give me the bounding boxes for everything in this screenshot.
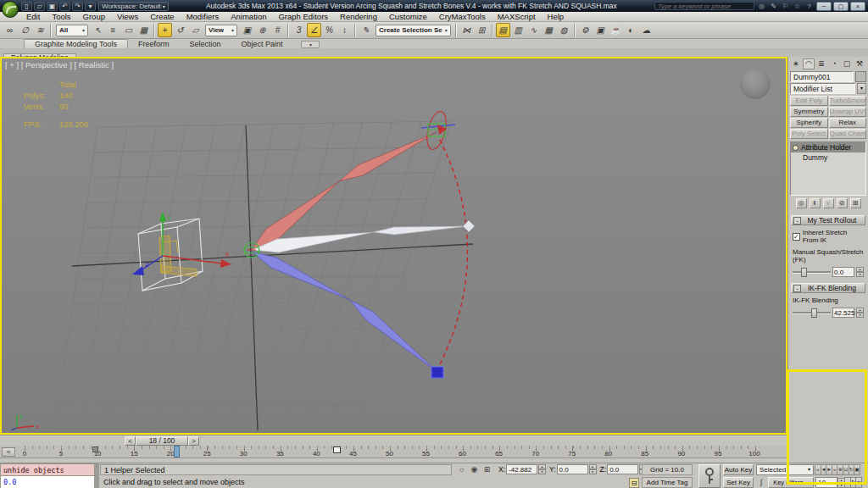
render-setup[interactable]: ⚙ [578, 23, 593, 37]
search-communities-icon[interactable]: ◎ [757, 3, 766, 10]
undo-icon[interactable]: ↶ [59, 2, 70, 11]
infocenter-search[interactable] [654, 2, 754, 10]
ik-fk-blending-slider[interactable] [793, 312, 831, 314]
ik-fk-blending-value[interactable]: 42.525 [832, 308, 854, 318]
modifier-button[interactable]: Unwrap UVW [829, 107, 867, 117]
squash-stretch-spinner[interactable]: ▴▾ [856, 267, 864, 277]
modifier-button[interactable]: Quad Chamfer [829, 129, 867, 139]
y-spinner[interactable]: ▴▾ [589, 464, 597, 474]
tab-create[interactable]: ∗ [790, 58, 802, 69]
squash-stretch-slider[interactable] [793, 271, 831, 274]
edit-named-selection-sets[interactable]: ✎ [359, 23, 373, 37]
slider-thumb[interactable] [801, 268, 807, 277]
auto-key-button[interactable]: Auto Key [723, 464, 754, 475]
zoom-region-icon[interactable]: ▭ [855, 477, 862, 488]
x-spinner[interactable]: ▴▾ [538, 464, 546, 474]
isolate-selection-icon[interactable]: ☼ [456, 464, 467, 475]
render-production[interactable]: ☕ [609, 23, 623, 37]
tab-utilities[interactable]: ⚒ [854, 58, 865, 69]
toggle-layer-explorer[interactable]: ▤ [496, 23, 510, 37]
material-editor[interactable]: ◍ [557, 23, 571, 37]
ribbon-tab[interactable]: Freeform [128, 40, 180, 48]
search-input[interactable] [655, 3, 754, 10]
3ds-max-logo-icon[interactable] [2, 1, 19, 18]
mini-curve-editor-button[interactable]: ≈ [2, 447, 15, 457]
modifier-button[interactable]: Symmetry [790, 107, 828, 117]
menu-item[interactable]: Help [542, 12, 570, 21]
collapse-icon[interactable]: - [793, 217, 801, 225]
listener-macro-line[interactable]: unhide objects [0, 463, 95, 476]
menu-item[interactable]: CryMaxTools [433, 12, 492, 21]
align[interactable]: ⊞ [475, 23, 489, 37]
mirror[interactable]: ⋈ [459, 23, 474, 37]
ribbon-minimize-icon[interactable] [301, 41, 320, 48]
menu-item[interactable]: Create [144, 12, 181, 21]
white-bone-end-marker[interactable] [463, 220, 475, 232]
menu-item[interactable]: MAXScript [492, 12, 542, 21]
render-cloud[interactable]: ☁ [639, 23, 654, 37]
inherit-stretch-checkbox[interactable]: ✓ [793, 233, 800, 241]
add-time-tag[interactable]: Add Time Tag [642, 477, 693, 488]
current-frame-field[interactable]: 18 [815, 477, 837, 488]
set-keys-button[interactable] [698, 464, 721, 488]
make-unique[interactable]: ∨ [823, 198, 834, 208]
stack-item-attribute-holder[interactable]: Attribute Holder [791, 142, 865, 152]
keyboard-shortcut-override[interactable]: # [270, 23, 285, 37]
select-by-name[interactable]: ≡ [106, 23, 120, 37]
stack-item-dummy[interactable]: Dummy [791, 152, 865, 163]
select-and-rotate[interactable]: ↺ [173, 23, 187, 37]
named-selection-set-dropdown[interactable]: Create Selection Se [376, 25, 451, 36]
track-bar-ruler[interactable]: 0510152025303540455055606570758085909510… [21, 446, 762, 458]
minimize-button[interactable]: ─ [816, 2, 832, 11]
render-iterative[interactable]: ◐ [624, 23, 638, 37]
menu-item[interactable]: Views [111, 12, 144, 21]
tab-hierarchy[interactable]: ≣ [815, 58, 827, 69]
configure-modifier-sets[interactable]: ⊞ [850, 198, 861, 208]
viewport-label[interactable]: [ + ] [ Perspective ] [ Realistic ] [5, 60, 114, 69]
time-tag-icon[interactable]: ⊟ [629, 478, 639, 488]
tab-display[interactable]: ▢ [841, 58, 853, 69]
redo-icon[interactable]: ↷ [72, 2, 83, 11]
modifier-button[interactable]: TurboSmooth [829, 96, 867, 106]
workspace-menu-icon[interactable]: ▾ [85, 2, 96, 11]
percent-snap-toggle[interactable]: % [322, 23, 337, 37]
squash-stretch-value[interactable]: 0.0 [832, 267, 854, 277]
object-color-swatch[interactable] [855, 71, 866, 82]
y-position-field[interactable]: 0.0 [557, 464, 588, 474]
select-and-move[interactable]: + [158, 23, 172, 37]
schematic-view[interactable]: ▦ [542, 23, 556, 37]
previous-frame-arrow[interactable]: < [125, 436, 136, 446]
remove-modifier[interactable]: ⊘ [837, 198, 848, 208]
perspective-viewport[interactable]: Y X Z [ + ] [ Perspective ] [ Realistic … [0, 57, 787, 435]
set-key-button[interactable]: Set Key [723, 477, 754, 488]
menu-item[interactable]: Graph Editors [272, 12, 334, 21]
rollout-header[interactable]: - My Test Rollout [791, 215, 865, 225]
bone-chain-blue[interactable] [252, 252, 437, 372]
bind-to-space-warp[interactable]: ≋ [33, 23, 47, 37]
ribbon-tab[interactable]: Graphite Modeling Tools [24, 39, 128, 48]
show-end-result[interactable]: ‖ [810, 198, 821, 208]
maxscript-mini-listener[interactable]: unhide objects 0.0 [0, 463, 95, 488]
x-position-field[interactable]: -42.882 [506, 464, 537, 474]
select-and-link[interactable]: ∞ [3, 23, 17, 37]
menu-item[interactable]: Animation [225, 12, 272, 21]
listener-splitter[interactable] [95, 463, 99, 488]
new-scene-icon[interactable]: ▯ [21, 2, 32, 11]
menu-item[interactable]: Tools [46, 12, 76, 21]
current-frame-cursor[interactable] [174, 446, 180, 458]
fk-rotation-control[interactable] [421, 109, 455, 151]
modifier-list-arrow-icon[interactable]: ▾ [857, 83, 866, 94]
tab-modify[interactable]: ◠ [803, 58, 815, 69]
slider-thumb[interactable] [811, 308, 817, 318]
ribbon-tab[interactable]: Object Paint [231, 40, 292, 48]
modifier-stack[interactable]: Attribute Holder Dummy [790, 141, 866, 196]
listener-script-line[interactable]: 0.0 [0, 476, 95, 488]
modifier-button[interactable]: Poly Select [790, 129, 828, 139]
selection-filter-dropdown[interactable]: All [56, 25, 88, 36]
time-slider-handle[interactable]: < 18 / 100 > [125, 436, 199, 446]
select-object[interactable]: ↖ [91, 23, 105, 37]
window-crossing-toggle[interactable]: ▦ [136, 23, 151, 37]
save-file-icon[interactable]: ▣ [47, 2, 58, 11]
pin-stack[interactable]: ◎ [796, 198, 807, 208]
use-pivot-point-center[interactable]: ▣ [240, 23, 254, 37]
